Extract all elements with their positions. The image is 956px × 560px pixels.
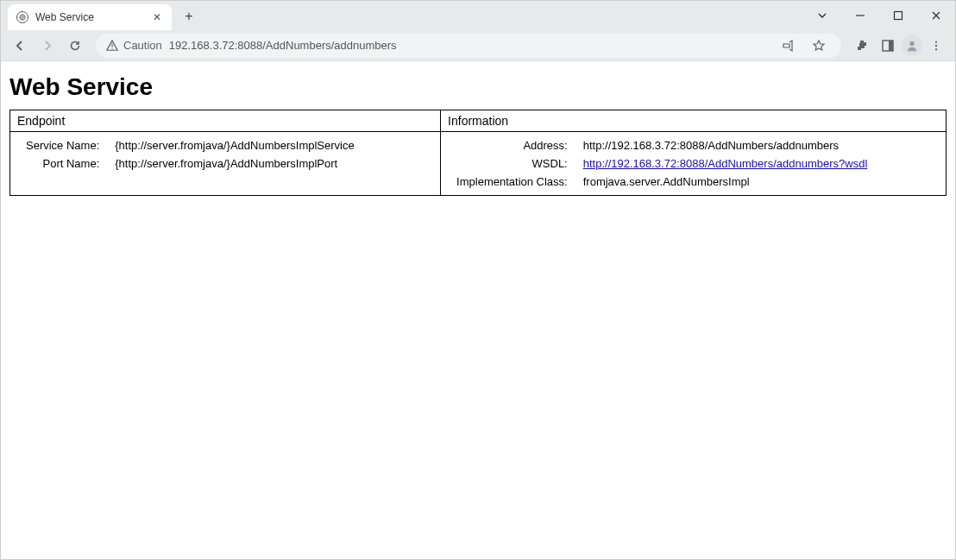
header-information: Information (441, 110, 947, 132)
service-table: Endpoint Information Service Name: {http… (9, 110, 947, 196)
table-row: Port Name: {http://server.fromjava/}AddN… (19, 155, 362, 172)
warning-icon (106, 40, 118, 52)
service-name-label: Service Name: (19, 137, 106, 154)
close-window-button[interactable] (917, 3, 955, 28)
address-value: http://192.168.3.72:8088/AddNumbers/addn… (576, 137, 875, 154)
svg-point-6 (935, 44, 937, 46)
svg-rect-3 (889, 41, 893, 51)
tab-title: Web Service (35, 11, 151, 23)
menu-icon[interactable] (924, 34, 948, 58)
page-title: Web Service (9, 73, 947, 101)
information-cell: Address: http://192.168.3.72:8088/AddNum… (441, 132, 947, 196)
side-panel-icon[interactable] (876, 34, 900, 58)
impl-class-value: fromjava.server.AddNumbersImpl (576, 173, 875, 190)
wsdl-link[interactable]: http://192.168.3.72:8088/AddNumbers/addn… (583, 157, 868, 170)
address-bar[interactable]: Caution 192.168.3.72:8088/AddNumbers/add… (96, 34, 841, 58)
toolbar: Caution 192.168.3.72:8088/AddNumbers/add… (1, 30, 955, 61)
not-secure-warning: Caution (106, 39, 162, 52)
bookmark-icon[interactable] (807, 34, 831, 58)
share-icon[interactable] (776, 34, 800, 58)
table-row: WSDL: http://192.168.3.72:8088/AddNumber… (450, 155, 874, 172)
address-label: Address: (450, 137, 575, 154)
svg-rect-1 (895, 12, 903, 20)
extensions-icon[interactable] (850, 34, 874, 58)
titlebar: Web Service ✕ + (1, 1, 955, 30)
svg-point-7 (935, 48, 937, 50)
security-label: Caution (123, 39, 162, 52)
header-endpoint: Endpoint (10, 110, 441, 132)
browser-tab[interactable]: Web Service ✕ (8, 4, 172, 30)
table-row: Implementation Class: fromjava.server.Ad… (450, 173, 874, 190)
svg-point-5 (935, 41, 937, 42)
new-tab-button[interactable]: + (177, 4, 201, 28)
globe-icon (16, 11, 28, 23)
forward-button[interactable] (35, 34, 60, 58)
close-tab-icon[interactable]: ✕ (151, 11, 163, 23)
table-row: Service Name: {http://server.fromjava/}A… (19, 137, 362, 154)
window-controls (803, 1, 955, 30)
reload-button[interactable] (63, 34, 87, 58)
table-row: Address: http://192.168.3.72:8088/AddNum… (450, 137, 874, 154)
back-button[interactable] (8, 34, 32, 58)
port-name-value: {http://server.fromjava/}AddNumbersImplP… (108, 155, 361, 172)
chevron-down-icon[interactable] (803, 3, 841, 28)
svg-point-4 (909, 41, 914, 45)
maximize-button[interactable] (879, 3, 917, 28)
wsdl-label: WSDL: (450, 155, 575, 172)
impl-class-label: Implementation Class: (450, 173, 575, 190)
page-content: Web Service Endpoint Information Service… (1, 61, 955, 203)
profile-avatar[interactable] (902, 35, 922, 56)
minimize-button[interactable] (841, 3, 879, 28)
url-text: 192.168.3.72:8088/AddNumbers/addnumbers (169, 39, 397, 52)
endpoint-cell: Service Name: {http://server.fromjava/}A… (10, 132, 441, 196)
port-name-label: Port Name: (19, 155, 106, 172)
service-name-value: {http://server.fromjava/}AddNumbersImplS… (108, 137, 361, 154)
